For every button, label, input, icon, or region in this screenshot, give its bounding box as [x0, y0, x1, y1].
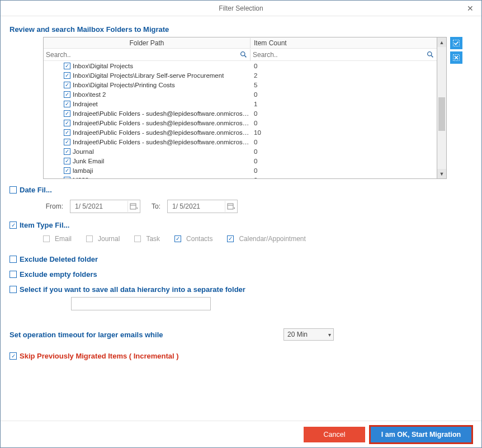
contacts-checkbox[interactable]	[174, 235, 181, 242]
calendar-icon[interactable]: ▾	[127, 201, 139, 212]
svg-text:▾: ▾	[234, 206, 235, 210]
footer: Cancel I am OK, Start Migration	[1, 421, 481, 447]
svg-point-2	[428, 51, 432, 55]
hierarchy-folder-input[interactable]	[71, 297, 211, 310]
calendar-icon[interactable]: ▾	[225, 201, 236, 212]
table-row[interactable]: Junk Email0	[44, 156, 437, 166]
timeout-select[interactable]: 20 Min ▾	[283, 328, 334, 341]
folder-path-text: lambaji	[73, 167, 93, 174]
skip-migrated-checkbox[interactable]	[10, 352, 17, 360]
row-checkbox[interactable]	[64, 72, 70, 79]
to-date-input[interactable]: 1/ 5/2021 ▾	[167, 200, 238, 213]
item-type-filter-checkbox[interactable]	[10, 221, 17, 229]
table-row[interactable]: M2220	[44, 175, 437, 178]
window-title: Filter Selection	[219, 4, 263, 12]
grid-header: Folder Path Item Count	[44, 37, 437, 49]
exclude-deleted-option: Exclude Deleted folder	[10, 255, 472, 263]
row-checkbox[interactable]	[64, 158, 70, 164]
cell-item-count: 0	[251, 158, 437, 164]
contacts-label: Contacts	[186, 235, 212, 243]
chevron-down-icon: ▾	[328, 332, 331, 338]
scroll-thumb[interactable]	[438, 97, 445, 131]
date-range-row: From: 1/ 5/2021 ▾ To: 1/ 5/2021 ▾	[43, 200, 472, 213]
table-row[interactable]: Indrajeet\Public Folders - sudesh@lepide…	[44, 128, 437, 137]
row-checkbox[interactable]	[64, 177, 70, 179]
row-checkbox[interactable]	[64, 110, 70, 117]
select-all-button[interactable]	[450, 37, 462, 49]
cell-item-count: 0	[251, 139, 437, 145]
cell-item-count: 0	[251, 63, 437, 69]
cancel-button[interactable]: Cancel	[304, 427, 365, 442]
table-row[interactable]: Inbox\Digital Projects\Printing Costs5	[44, 80, 437, 89]
date-filter-checkbox[interactable]	[10, 186, 17, 194]
header-item-count[interactable]: Item Count	[251, 38, 437, 48]
scroll-up-button[interactable]: ▲	[437, 37, 446, 47]
row-checkbox[interactable]	[64, 139, 70, 145]
exclude-deleted-checkbox[interactable]	[10, 256, 17, 263]
calendar-checkbox[interactable]	[227, 235, 234, 242]
cell-item-count: 0	[251, 148, 437, 155]
content: Review and search Mailbox Folders to Mig…	[1, 16, 481, 367]
type-task: Task	[134, 235, 160, 243]
table-row[interactable]: Inbox\Digital Projects0	[44, 61, 437, 70]
row-checkbox[interactable]	[64, 91, 70, 98]
item-type-filter-label: Item Type Fil...	[20, 221, 69, 229]
type-contacts: Contacts	[174, 235, 212, 243]
deselect-all-button[interactable]	[450, 51, 462, 64]
svg-line-3	[431, 55, 433, 57]
folder-grid-wrap: Folder Path Item Count Inbox\Digital	[43, 37, 472, 179]
close-button[interactable]: ✕	[462, 3, 478, 14]
type-calendar: Calendar/Appointment	[227, 235, 305, 243]
save-hierarchy-option: Select if you want to save all data hier…	[10, 285, 472, 294]
start-migration-button[interactable]: I am OK, Start Migration	[371, 427, 471, 442]
review-title: Review and search Mailbox Folders to Mig…	[10, 25, 472, 34]
type-email: Email	[43, 235, 72, 243]
search-item-count[interactable]	[251, 49, 437, 60]
folder-path-text: Inbox\Digital Projects	[73, 63, 133, 69]
scroll-track[interactable]	[437, 47, 446, 169]
title-bar: Filter Selection ✕	[1, 1, 481, 16]
folder-path-text: Inbox\Digital Projects\Library Self-serv…	[73, 72, 224, 79]
row-checkbox[interactable]	[64, 82, 70, 88]
table-row[interactable]: lambaji0	[44, 166, 437, 175]
folder-path-text: Indrajeet\Public Folders - sudesh@lepide…	[73, 139, 251, 145]
cell-folder-path: M222	[44, 177, 251, 179]
table-row[interactable]: Indrajeet\Public Folders - sudesh@lepide…	[44, 118, 437, 128]
row-checkbox[interactable]	[64, 148, 70, 155]
cell-item-count: 0	[251, 177, 437, 179]
filter-path-cell	[44, 49, 251, 60]
search-icon[interactable]	[240, 51, 248, 59]
exclude-empty-checkbox[interactable]	[10, 271, 17, 278]
cell-folder-path: Indrajeet	[44, 101, 251, 107]
from-date-input[interactable]: 1/ 5/2021 ▾	[70, 200, 140, 213]
table-row[interactable]: Indrajeet1	[44, 99, 437, 109]
cell-folder-path: Inbox\Digital Projects	[44, 63, 251, 69]
header-folder-path[interactable]: Folder Path	[44, 38, 251, 48]
row-checkbox[interactable]	[64, 101, 70, 107]
row-checkbox[interactable]	[64, 167, 70, 174]
search-folder-path[interactable]	[44, 49, 250, 60]
row-checkbox[interactable]	[64, 63, 70, 69]
timeout-row: Set operation timeout for larger emails …	[10, 328, 472, 341]
svg-point-0	[241, 51, 245, 55]
search-icon[interactable]	[427, 51, 434, 59]
table-row[interactable]: Inbox\Digital Projects\Library Self-serv…	[44, 70, 437, 80]
folder-path-text: Inbox\Digital Projects\Printing Costs	[73, 82, 175, 88]
timeout-label: Set operation timeout for larger emails …	[10, 331, 283, 339]
folder-path-text: Junk Email	[73, 158, 104, 164]
row-checkbox[interactable]	[64, 120, 70, 126]
task-checkbox[interactable]	[134, 235, 141, 242]
journal-checkbox[interactable]	[86, 235, 93, 242]
email-checkbox[interactable]	[43, 235, 50, 242]
table-row[interactable]: Inbox\test 20	[44, 89, 437, 99]
row-checkbox[interactable]	[64, 129, 70, 136]
table-row[interactable]: Indrajeet\Public Folders - sudesh@lepide…	[44, 137, 437, 147]
table-row[interactable]: Journal0	[44, 147, 437, 156]
save-hierarchy-checkbox[interactable]	[10, 286, 17, 293]
vertical-scrollbar[interactable]: ▲ ▼	[437, 37, 447, 179]
table-row[interactable]: Indrajeet\Public Folders - sudesh@lepide…	[44, 109, 437, 118]
scroll-down-button[interactable]: ▼	[437, 169, 446, 178]
folder-grid: Folder Path Item Count Inbox\Digital	[43, 37, 437, 179]
svg-line-1	[244, 55, 246, 57]
folder-path-text: Inbox\test 2	[73, 91, 106, 98]
